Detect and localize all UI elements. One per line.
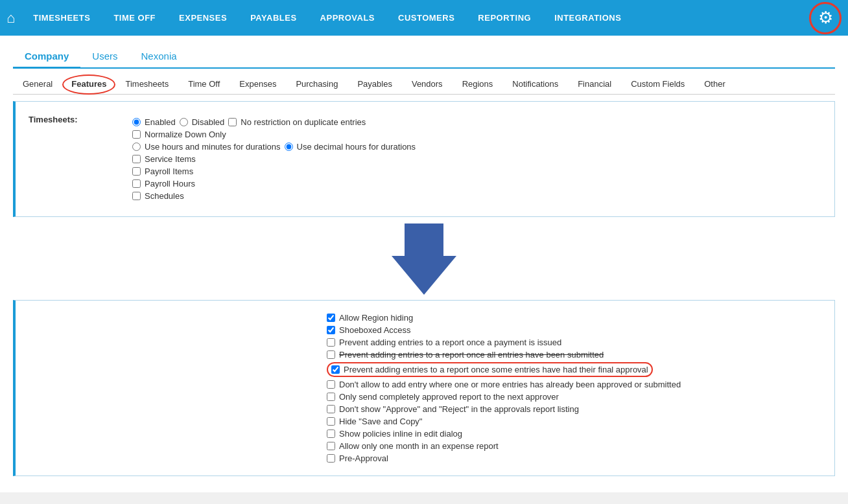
- checkbox-dont-allow-add[interactable]: [327, 380, 335, 389]
- highlight-oval-final-approval: Prevent adding entries to a report once …: [327, 362, 653, 377]
- nav-item-expenses[interactable]: EXPENSES: [167, 0, 239, 36]
- label-payroll-items: Payroll Items: [145, 166, 193, 176]
- label-prevent-submitted: Prevent adding entries to a report once …: [339, 350, 604, 360]
- checkbox-payroll-items[interactable]: [132, 167, 141, 176]
- checkbox-only-approved[interactable]: [327, 393, 335, 401]
- option-prevent-submitted: Prevent adding entries to a report once …: [327, 350, 821, 360]
- checkbox-dont-show-approve[interactable]: [327, 405, 335, 413]
- label-disabled: Disabled: [192, 117, 225, 127]
- tab-time-off[interactable]: Time Off: [178, 74, 230, 94]
- tab-payables[interactable]: Payables: [347, 74, 401, 94]
- option-show-policies: Show policies inline in edit dialog: [327, 429, 821, 439]
- primary-tabs: Company Users Nexonia: [13, 45, 835, 69]
- tab-users[interactable]: Users: [80, 45, 129, 67]
- nav-item-payables[interactable]: PAYABLES: [239, 0, 308, 36]
- option-prevent-payment: Prevent adding entries to a report once …: [327, 338, 821, 347]
- checkbox-one-month[interactable]: [327, 442, 335, 450]
- label-hide-save-copy: Hide "Save and Copy": [339, 417, 422, 426]
- option-prevent-final-approval: Prevent adding entries to a report once …: [327, 362, 821, 377]
- tab-nexonia[interactable]: Nexonia: [130, 45, 189, 67]
- option-dont-allow-add: Don't allow to add entry where one or mo…: [327, 380, 821, 389]
- label-only-approved: Only send completely approved report to …: [339, 392, 559, 402]
- checkbox-prevent-submitted[interactable]: [327, 350, 335, 359]
- bottom-options: Allow Region hiding Shoeboxed Access Pre…: [327, 313, 821, 463]
- tab-regions[interactable]: Regions: [453, 74, 503, 94]
- nav-item-integrations[interactable]: INTEGRATIONS: [543, 0, 633, 36]
- checkbox-prevent-final-approval[interactable]: [331, 365, 340, 374]
- settings-gear-button[interactable]: ⚙: [809, 2, 842, 34]
- option-normalize: Normalize Down Only: [132, 130, 821, 139]
- timesheets-section-label: Timesheets:: [29, 115, 132, 124]
- radio-hours-minutes[interactable]: [132, 143, 141, 151]
- checkbox-normalize[interactable]: [132, 130, 141, 139]
- nav-item-time-off[interactable]: TIME OFF: [102, 0, 167, 36]
- tab-expenses[interactable]: Expenses: [230, 74, 286, 94]
- label-prevent-final-approval: Prevent adding entries to a report once …: [344, 365, 648, 374]
- arrow-visual: [13, 223, 835, 295]
- label-no-restriction: No restriction on duplicate entries: [241, 117, 366, 127]
- option-payroll-hours: Payroll Hours: [132, 179, 821, 189]
- checkbox-schedules[interactable]: [132, 192, 141, 200]
- label-schedules: Schedules: [145, 191, 184, 201]
- tab-purchasing[interactable]: Purchasing: [286, 74, 347, 94]
- option-one-month: Allow only one month in an expense repor…: [327, 441, 821, 451]
- timesheets-panel: Timesheets: Enabled Disabled No restrict…: [13, 101, 835, 217]
- home-icon[interactable]: ⌂: [6, 10, 15, 27]
- tab-general[interactable]: General: [13, 74, 62, 94]
- label-decimal-hours: Use decimal hours for durations: [297, 142, 416, 152]
- option-hours-format: Use hours and minutes for durations Use …: [132, 142, 821, 152]
- option-payroll-items: Payroll Items: [132, 166, 821, 176]
- label-service-items: Service Items: [145, 154, 196, 164]
- top-navigation: ⌂ TIMESHEETS TIME OFF EXPENSES PAYABLES …: [0, 0, 848, 36]
- tab-vendors[interactable]: Vendors: [402, 74, 453, 94]
- label-prevent-payment: Prevent adding entries to a report once …: [339, 338, 561, 347]
- option-service-items: Service Items: [132, 154, 821, 164]
- label-dont-show-approve: Don't show "Approve" and "Reject" in the…: [339, 404, 579, 414]
- option-pre-approval: Pre-Approval: [327, 453, 821, 463]
- checkbox-service-items[interactable]: [132, 155, 141, 163]
- tab-features[interactable]: Features: [62, 74, 115, 95]
- page-content: Company Users Nexonia General Features T…: [0, 36, 848, 492]
- label-pre-approval: Pre-Approval: [339, 453, 388, 463]
- option-hide-save-copy: Hide "Save and Copy": [327, 417, 821, 426]
- tab-notifications[interactable]: Notifications: [502, 74, 568, 94]
- nav-item-customers[interactable]: CUSTOMERS: [386, 0, 466, 36]
- checkbox-allow-region[interactable]: [327, 314, 335, 322]
- secondary-tabs: General Features Timesheets Time Off Exp…: [13, 74, 835, 95]
- label-hours-minutes: Use hours and minutes for durations: [145, 142, 281, 152]
- nav-item-reporting[interactable]: REPORTING: [466, 0, 543, 36]
- arrow-shape: [392, 223, 456, 295]
- bottom-panel: Allow Region hiding Shoeboxed Access Pre…: [13, 300, 835, 476]
- option-allow-region: Allow Region hiding: [327, 313, 821, 323]
- checkbox-prevent-payment[interactable]: [327, 338, 335, 347]
- checkbox-pre-approval[interactable]: [327, 454, 335, 463]
- label-show-policies: Show policies inline in edit dialog: [339, 429, 462, 439]
- radio-decimal-hours[interactable]: [285, 143, 293, 151]
- panels-wrapper: Timesheets: Enabled Disabled No restrict…: [13, 101, 835, 476]
- label-enabled: Enabled: [145, 117, 176, 127]
- radio-enabled[interactable]: [132, 118, 141, 126]
- label-normalize: Normalize Down Only: [145, 130, 226, 139]
- tab-company[interactable]: Company: [13, 45, 80, 69]
- label-one-month: Allow only one month in an expense repor…: [339, 441, 499, 451]
- checkbox-no-restriction[interactable]: [228, 118, 237, 126]
- label-shoeboxed: Shoeboxed Access: [339, 325, 411, 335]
- label-payroll-hours: Payroll Hours: [145, 179, 195, 189]
- radio-disabled[interactable]: [180, 118, 188, 126]
- nav-item-timesheets[interactable]: TIMESHEETS: [21, 0, 102, 36]
- nav-item-approvals[interactable]: APPROVALS: [309, 0, 386, 36]
- checkbox-hide-save-copy[interactable]: [327, 417, 335, 426]
- tab-other[interactable]: Other: [694, 74, 735, 94]
- label-dont-allow-add: Don't allow to add entry where one or mo…: [339, 380, 681, 389]
- checkbox-shoeboxed[interactable]: [327, 326, 335, 334]
- tab-custom-fields[interactable]: Custom Fields: [621, 74, 694, 94]
- tab-financial[interactable]: Financial: [568, 74, 621, 94]
- option-schedules: Schedules: [132, 191, 821, 201]
- timesheets-panel-row: Timesheets: Enabled Disabled No restrict…: [29, 111, 821, 207]
- checkbox-payroll-hours[interactable]: [132, 179, 141, 188]
- option-enabled-row: Enabled Disabled No restriction on dupli…: [132, 117, 821, 127]
- timesheets-options: Enabled Disabled No restriction on dupli…: [132, 115, 821, 203]
- label-allow-region: Allow Region hiding: [339, 313, 413, 323]
- tab-timesheets[interactable]: Timesheets: [115, 74, 178, 94]
- checkbox-show-policies[interactable]: [327, 430, 335, 438]
